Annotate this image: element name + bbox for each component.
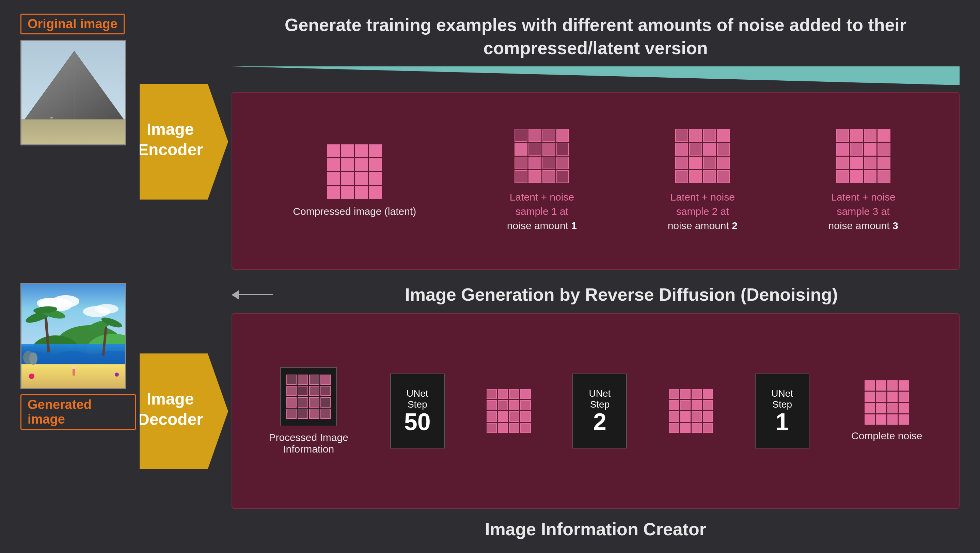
unet2-step-text: Step: [590, 399, 610, 410]
top-section: Original image: [21, 14, 959, 270]
encoder-arrow-svg: Image Encoder: [140, 84, 228, 200]
unet50-number: 50: [404, 410, 431, 434]
compressed-grid: [327, 145, 382, 199]
top-panel-items: Compressed image (latent): [249, 129, 942, 233]
beach-photo: [21, 283, 126, 389]
original-image-label: Original image: [28, 17, 118, 31]
unet-step-50: UNet Step 50: [390, 373, 445, 448]
noise2-grid: [675, 129, 730, 183]
left-arrow-indicator: [232, 290, 273, 300]
unet2-number: 2: [593, 410, 606, 434]
svg-point-16: [95, 304, 118, 314]
decoder-arrow: Image Decoder: [140, 353, 228, 469]
svg-point-29: [29, 373, 34, 379]
processed-label: Processed ImageInformation: [269, 432, 348, 455]
bottom-left-col: Generated image: [21, 283, 136, 539]
bottom-section: Generated image Image Decoder Image: [21, 283, 959, 539]
compressed-label: Compressed image (latent): [293, 206, 416, 217]
unet-step-1: UNet Step 1: [755, 373, 810, 448]
svg-marker-10: [232, 67, 959, 85]
bottom-panel-items: Processed ImageInformation UNet Step 50: [249, 367, 942, 455]
arrow-head-left: [232, 290, 239, 300]
noise-sample-3-item: Latent + noisesample 3 at noise amount 3: [829, 129, 898, 233]
top-right-col: Generate training examples with differen…: [232, 14, 959, 270]
noise2-label: Latent + noisesample 2 at noise amount 2: [668, 190, 738, 233]
arrow-line-horiz: [239, 294, 273, 295]
compressed-item: Compressed image (latent): [293, 145, 416, 217]
unet-step-2: UNet Step 2: [573, 373, 627, 448]
teal-triangle-area: [232, 67, 959, 85]
pyramid-svg: [21, 41, 126, 145]
noise-sample-1-item: Latent + noisesample 1 at noise amount 1: [507, 129, 577, 233]
svg-point-34: [29, 353, 37, 365]
main-container: Original image: [0, 0, 980, 553]
svg-rect-6: [50, 117, 53, 119]
svg-rect-31: [73, 369, 75, 376]
unet50-label-top: UNet: [407, 388, 428, 399]
svg-text:Encoder: Encoder: [140, 141, 203, 159]
denoising-title-row: Image Generation by Reverse Diffusion (D…: [232, 283, 959, 307]
top-left-col: Original image: [21, 14, 136, 270]
unet2-label-top: UNet: [589, 388, 611, 399]
processed-grid: [286, 375, 331, 419]
complete-noise-item: Complete noise: [851, 380, 922, 442]
denoising-title: Image Generation by Reverse Diffusion (D…: [283, 283, 959, 307]
footer-title: Image Information Creator: [232, 519, 959, 539]
noise1-label: Latent + noisesample 1 at noise amount 1: [507, 190, 577, 233]
original-image-label-box: Original image: [21, 14, 125, 34]
after2-grid: [669, 389, 713, 433]
decoder-arrow-svg: Image Decoder: [140, 353, 228, 469]
unet1-number: 1: [776, 410, 789, 434]
svg-text:Image: Image: [147, 120, 194, 138]
top-title: Generate training examples with differen…: [232, 14, 959, 60]
bottom-right-col: Image Generation by Reverse Diffusion (D…: [232, 283, 959, 539]
top-encoder-col: Image Encoder: [136, 14, 232, 270]
svg-text:Decoder: Decoder: [140, 410, 203, 428]
generated-image-label: Generated image: [28, 397, 92, 426]
complete-noise-grid: [865, 380, 909, 424]
beach-svg: [21, 284, 126, 389]
processed-item: Processed ImageInformation: [269, 367, 348, 455]
noise-sample-2-item: Latent + noisesample 2 at noise amount 2: [668, 129, 738, 233]
noise3-label: Latent + noisesample 3 at noise amount 3: [829, 190, 898, 233]
processed-box: [280, 367, 337, 426]
top-maroon-panel: Compressed image (latent): [232, 92, 959, 270]
bottom-maroon-panel: Processed ImageInformation UNet Step 50: [232, 313, 959, 509]
generated-image-label-box: Generated image: [21, 394, 136, 430]
unet1-step-text: Step: [772, 399, 792, 410]
teal-triangle-svg: [232, 67, 959, 85]
encoder-arrow: Image Encoder: [140, 84, 228, 200]
svg-point-30: [115, 372, 119, 377]
noise1-grid: [514, 129, 569, 183]
after50-grid: [487, 389, 531, 433]
pyramid-photo: [21, 40, 126, 145]
svg-point-32: [72, 366, 76, 369]
svg-text:Image: Image: [147, 390, 194, 408]
svg-rect-1: [21, 119, 126, 145]
noise3-grid: [836, 129, 891, 183]
bottom-decoder-col: Image Decoder: [136, 283, 232, 539]
unet50-step-text: Step: [407, 399, 427, 410]
unet1-label-top: UNet: [771, 388, 793, 399]
complete-noise-label: Complete noise: [851, 430, 922, 442]
